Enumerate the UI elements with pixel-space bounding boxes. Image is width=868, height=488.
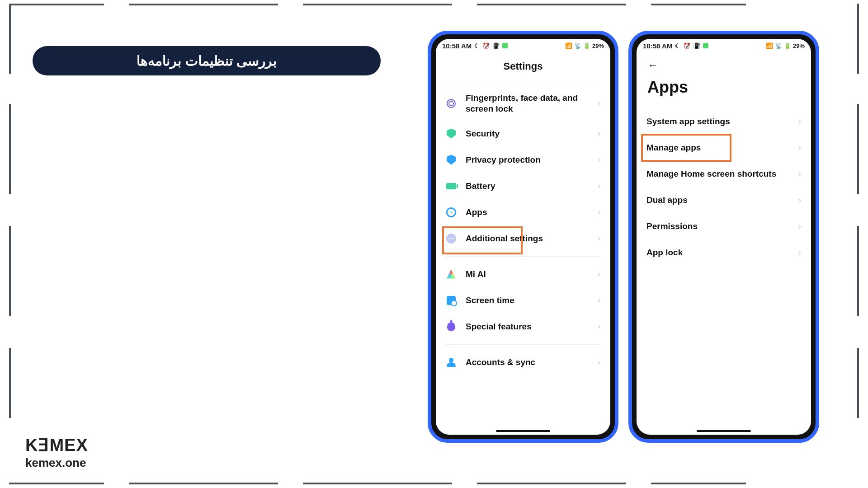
row-label: Permissions xyxy=(646,221,798,232)
signal-icon: 📶 xyxy=(565,42,572,49)
chevron-right-icon: › xyxy=(598,155,600,164)
apps-row-home-shortcuts[interactable]: Manage Home screen shortcuts › xyxy=(637,161,811,187)
row-label: Privacy protection xyxy=(466,155,598,165)
app-indicator-icon xyxy=(703,43,708,48)
chevron-right-icon: › xyxy=(798,117,801,127)
brand-url: kemex.one xyxy=(25,456,88,470)
settings-row-screentime[interactable]: Screen time › xyxy=(436,287,610,314)
chevron-right-icon: › xyxy=(598,129,600,138)
settings-row-accounts[interactable]: Accounts & sync › xyxy=(436,349,610,375)
frame-border xyxy=(9,226,11,316)
settings-row-additional[interactable]: Additional settings › xyxy=(436,225,610,252)
battery-icon: 🔋 xyxy=(583,42,590,49)
frame-border xyxy=(303,4,452,5)
frame-border xyxy=(651,483,746,484)
status-time: 10:58 AM xyxy=(442,42,472,50)
battery-icon xyxy=(446,181,457,192)
chevron-right-icon: › xyxy=(598,269,600,279)
signal-icon: 📶 xyxy=(766,42,773,49)
row-label: App lock xyxy=(646,247,798,258)
chevron-right-icon: › xyxy=(598,181,600,191)
row-label: System app settings xyxy=(646,116,798,127)
chevron-right-icon: › xyxy=(798,196,801,205)
chevron-right-icon: › xyxy=(598,296,600,305)
row-label: Mi AI xyxy=(466,269,598,280)
chevron-right-icon: › xyxy=(598,207,600,217)
chevron-right-icon: › xyxy=(798,222,801,231)
frame-border xyxy=(651,4,746,5)
row-label: Fingerprints, face data, and screen lock xyxy=(466,93,598,114)
settings-row-special[interactable]: Special features › xyxy=(436,314,610,340)
settings-row-security[interactable]: Security › xyxy=(436,121,610,147)
apps-row-app-lock[interactable]: App lock › xyxy=(637,239,811,266)
dnd-moon-icon: ☾ xyxy=(675,42,680,49)
row-label: Manage apps xyxy=(646,142,798,153)
apps-row-system-settings[interactable]: System app settings › xyxy=(637,108,811,135)
apps-row-dual-apps[interactable]: Dual apps › xyxy=(637,187,811,213)
divider xyxy=(446,344,600,345)
privacy-icon xyxy=(446,155,457,165)
frame-border xyxy=(857,226,859,316)
divider xyxy=(446,256,600,257)
frame-border xyxy=(9,4,11,74)
status-bar: 10:58 AM ☾ ⏰̸ 📳̸ 📶 📡 🔋 29% xyxy=(637,39,811,52)
brand-logo-text: KƎMEX xyxy=(25,435,88,455)
home-indicator[interactable] xyxy=(697,430,751,432)
home-indicator[interactable] xyxy=(496,430,550,432)
frame-border xyxy=(9,348,11,418)
frame-border xyxy=(9,4,104,5)
frame-border xyxy=(857,104,859,194)
chevron-right-icon: › xyxy=(798,143,801,153)
row-label: Apps xyxy=(466,207,598,218)
wifi-icon: 📡 xyxy=(775,42,782,49)
settings-row-battery[interactable]: Battery › xyxy=(436,173,610,199)
frame-border xyxy=(477,4,626,5)
chevron-right-icon: › xyxy=(598,357,600,367)
back-arrow-icon[interactable]: ← xyxy=(647,59,658,71)
accounts-icon xyxy=(446,357,457,368)
row-label: Additional settings xyxy=(466,233,598,244)
brand-logo: KƎMEX kemex.one xyxy=(25,435,88,470)
fingerprint-icon xyxy=(446,98,457,109)
settings-row-fingerprint[interactable]: Fingerprints, face data, and screen lock… xyxy=(436,86,610,121)
no-vibrate-icon: 📳̸ xyxy=(693,42,700,49)
row-label: Accounts & sync xyxy=(466,357,598,368)
frame-border xyxy=(857,348,859,418)
row-label: Security xyxy=(466,128,598,139)
page-title: Settings xyxy=(436,52,610,86)
apps-row-permissions[interactable]: Permissions › xyxy=(637,213,811,239)
frame-border xyxy=(857,4,859,74)
no-alarm-icon: ⏰̸ xyxy=(482,42,490,49)
frame-border xyxy=(129,483,278,484)
row-label: Special features xyxy=(466,321,598,332)
apps-row-manage-apps[interactable]: Manage apps › xyxy=(637,135,811,161)
page-title: Apps xyxy=(647,78,800,97)
special-icon xyxy=(446,321,457,332)
row-label: Screen time xyxy=(466,295,598,306)
chevron-right-icon: › xyxy=(598,234,600,243)
miai-icon xyxy=(446,269,457,280)
battery-icon: 🔋 xyxy=(784,42,791,49)
frame-border xyxy=(9,104,11,194)
no-alarm-icon: ⏰̸ xyxy=(683,42,690,49)
screentime-icon xyxy=(446,295,457,306)
row-label: Dual apps xyxy=(646,195,798,206)
frame-border xyxy=(477,483,626,484)
frame-border xyxy=(9,483,104,484)
no-vibrate-icon: 📳̸ xyxy=(492,42,500,49)
settings-row-apps[interactable]: Apps › xyxy=(436,199,610,225)
wifi-icon: 📡 xyxy=(574,42,581,49)
dnd-moon-icon: ☾ xyxy=(474,42,480,49)
settings-row-miai[interactable]: Mi AI › xyxy=(436,261,610,287)
status-time: 10:58 AM xyxy=(643,42,672,50)
settings-row-privacy[interactable]: Privacy protection › xyxy=(436,147,610,173)
frame-border xyxy=(129,4,278,5)
phone-mockup-settings: 10:58 AM ☾ ⏰̸ 📳̸ 📶 📡 🔋 29% Settings Fing… xyxy=(428,31,618,443)
row-label: Battery xyxy=(466,181,598,192)
battery-percent: 29% xyxy=(592,42,604,49)
chevron-right-icon: › xyxy=(798,248,801,258)
row-label: Manage Home screen shortcuts xyxy=(646,169,798,179)
shield-icon xyxy=(446,128,457,139)
slide-title: بررسی تنظیمات برنامه‌ها xyxy=(33,46,381,75)
battery-percent: 29% xyxy=(793,42,805,49)
